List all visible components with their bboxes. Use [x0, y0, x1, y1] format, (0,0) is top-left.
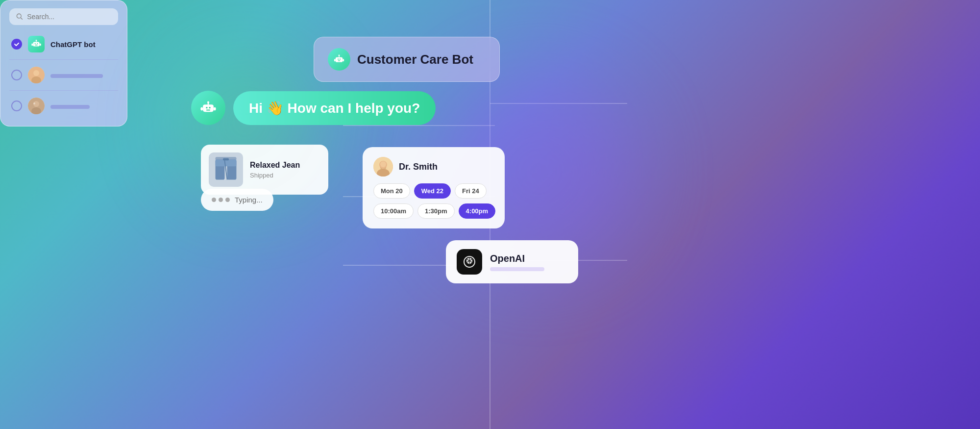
svg-rect-2 — [340, 59, 341, 60]
product-name: Relaxed Jean — [250, 161, 300, 170]
svg-rect-28 — [33, 42, 40, 46]
openai-bar — [490, 267, 544, 271]
svg-rect-31 — [35, 45, 37, 45]
dot-2 — [219, 198, 223, 202]
svg-rect-7 — [343, 59, 344, 61]
bot-avatar-large — [191, 91, 225, 125]
time-130pm[interactable]: 1:30pm — [417, 203, 455, 219]
scheduler-card[interactable]: Dr. Smith Mon 20 Wed 22 Fri 24 10:00am 1… — [363, 147, 505, 228]
empty-circle-1 — [11, 70, 22, 80]
person2-avatar-svg — [28, 98, 45, 114]
svg-rect-1 — [338, 59, 339, 60]
openai-logo-svg — [462, 254, 477, 270]
bot-icon — [333, 53, 345, 66]
product-jeans-svg — [211, 155, 241, 184]
date-wed22[interactable]: Wed 22 — [414, 183, 451, 199]
search-bar[interactable] — [9, 8, 118, 25]
svg-point-33 — [36, 40, 37, 41]
person1-avatar-svg — [28, 67, 45, 83]
svg-line-27 — [21, 18, 22, 19]
person2-info — [50, 103, 116, 109]
typing-text: Typing... — [235, 196, 263, 204]
greeting-row: Hi 👋 How can I help you? — [191, 91, 436, 125]
person2-avatar — [28, 98, 45, 114]
chatgpt-bot-icon — [28, 36, 45, 52]
bot-option-person1[interactable] — [9, 63, 118, 87]
svg-rect-0 — [336, 57, 343, 62]
svg-rect-34 — [31, 44, 33, 46]
empty-circle-2 — [11, 101, 22, 111]
svg-rect-14 — [200, 107, 203, 111]
doctor-row: Dr. Smith — [373, 157, 494, 177]
divider-2 — [9, 90, 118, 91]
product-info: Relaxed Jean Shipped — [250, 161, 300, 179]
time-1000am[interactable]: 10:00am — [373, 203, 414, 219]
robot-small-icon — [31, 39, 42, 50]
svg-point-25 — [380, 161, 386, 167]
svg-point-42 — [33, 102, 35, 104]
bot-selector-card[interactable]: ChatGPT bot — [0, 0, 127, 126]
svg-rect-35 — [39, 44, 41, 46]
svg-rect-3 — [338, 60, 340, 61]
svg-rect-11 — [206, 109, 210, 110]
search-input[interactable] — [27, 13, 111, 21]
svg-rect-6 — [334, 59, 336, 61]
product-card: Relaxed Jean Shipped — [201, 145, 328, 195]
time-row: 10:00am 1:30pm 4:00pm — [373, 203, 494, 219]
check-icon — [14, 41, 20, 47]
doctor-avatar-svg — [373, 157, 393, 177]
dot-3 — [225, 198, 230, 202]
bot-header-card: Customer Care Bot — [314, 37, 500, 82]
person1-bar — [50, 74, 103, 78]
svg-rect-21 — [223, 158, 229, 160]
dot-1 — [212, 198, 216, 202]
check-circle — [11, 39, 22, 50]
date-fri24[interactable]: Fri 24 — [455, 183, 487, 199]
bot-title: Customer Care Bot — [357, 52, 473, 67]
time-400pm[interactable]: 4:00pm — [459, 203, 496, 219]
svg-point-5 — [339, 55, 340, 56]
divider-1 — [9, 59, 118, 60]
date-mon20[interactable]: Mon 20 — [373, 183, 410, 199]
bot-avatar-icon — [199, 99, 218, 117]
doctor-name: Dr. Smith — [399, 162, 438, 172]
bot-option-person2[interactable] — [9, 94, 118, 118]
date-row: Mon 20 Wed 22 Fri 24 — [373, 183, 494, 199]
product-image — [209, 152, 243, 187]
svg-rect-10 — [209, 107, 210, 108]
person2-bar — [50, 105, 90, 109]
openai-card: OpenAI — [446, 240, 578, 283]
svg-rect-15 — [214, 107, 216, 111]
svg-rect-19 — [216, 159, 237, 166]
doctor-avatar — [373, 157, 393, 177]
product-status: Shipped — [250, 172, 300, 179]
openai-text-block: OpenAI — [490, 253, 567, 271]
typing-card: Typing... — [201, 189, 273, 211]
greeting-bubble: Hi 👋 How can I help you? — [233, 91, 436, 125]
bot-icon-circle — [328, 48, 350, 71]
chatgpt-bot-label: ChatGPT bot — [50, 40, 96, 49]
svg-point-37 — [33, 70, 39, 76]
openai-icon — [457, 249, 482, 275]
svg-rect-8 — [203, 104, 214, 112]
svg-rect-9 — [206, 107, 207, 108]
search-icon — [16, 13, 23, 21]
openai-label: OpenAI — [490, 253, 567, 264]
svg-point-13 — [207, 101, 209, 103]
svg-rect-30 — [37, 43, 38, 44]
typing-dots — [212, 198, 230, 202]
person1-info — [50, 73, 116, 78]
person1-avatar — [28, 67, 45, 83]
bot-option-chatgpt[interactable]: ChatGPT bot — [9, 32, 118, 56]
svg-rect-29 — [35, 43, 36, 44]
